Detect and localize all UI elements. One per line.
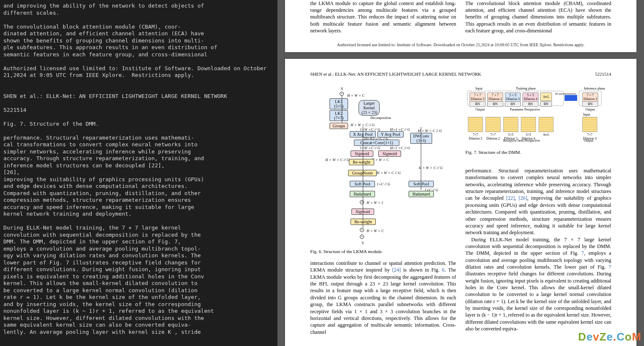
running-head-left: SHEN et al.: ELLK-Net: AN EFFICIENT LIGH… <box>310 71 481 77</box>
fig6-sp1: Soft Pool <box>350 181 375 187</box>
fig6-lk1: LK1 (5×5) <box>330 98 348 109</box>
fig6-rew2: Re-weight <box>351 219 376 225</box>
f7-inf: Inference phase <box>584 87 605 90</box>
col-left: the LKMA module to capture the global co… <box>310 0 456 34</box>
fig6-gnorm: GroupNorm <box>348 170 377 176</box>
f7-b4: AvG <box>540 92 552 101</box>
fig6-rew1: Re-weight <box>349 159 374 165</box>
fig6-dim2b: H×1 ×C // G <box>390 146 410 150</box>
fig6-concat: Concat+Conv(1×1) <box>354 140 399 146</box>
pdf-page-upper: the LKMA module to capture the global co… <box>285 0 636 52</box>
col-right: The convolutional block attention module… <box>465 0 611 34</box>
f7-s1: 7×7 Dilation 2 <box>486 133 501 140</box>
f7-bn1: BN <box>487 101 503 107</box>
f7-in2: Input <box>583 113 590 116</box>
f7-pp: Parameter Perspective <box>510 108 540 111</box>
running-head-right: 5221514 <box>595 71 612 77</box>
fig6-hw1: H × W × 1 <box>367 201 383 205</box>
f7-b3: 5 × 5 Dilation 4 <box>523 92 538 102</box>
f7-bn5: BN <box>582 101 598 107</box>
figure-7-caption: Fig. 7. Structure of the DMM. <box>465 150 611 155</box>
f7-out1: Output <box>475 108 485 111</box>
fig6-hwc2: H × W × C <box>372 158 389 162</box>
body-left: interactions contribute to channel or sp… <box>310 260 456 335</box>
fig6-sig2: Sigmoid <box>378 151 401 157</box>
f7-bn2: BN <box>505 101 521 107</box>
svg-marker-0 <box>565 95 577 101</box>
devze-logo: DevZe.CoM <box>578 330 641 343</box>
figure-6-caption: Fig. 6. Structure of the LKMA module. <box>310 249 456 254</box>
fig6-dim: H × W × C <box>347 93 364 98</box>
fig6-sig1: Sigmoid <box>351 151 373 157</box>
f7-b5: 7 × 7 Dilation 3 <box>582 92 598 102</box>
license-text: Authorized licensed use limited to: Inst… <box>310 42 611 47</box>
ref-fig7b[interactable]: 7 <box>609 264 611 270</box>
figure-6-diagram: X + H × W × C LK1 (5×5) LK2 (7×7) Larger… <box>310 87 456 246</box>
figure-7-diagram: Input Training phase Inference phase 7 ×… <box>465 87 611 146</box>
f7-s0: 7×7 Dilation 3 <box>468 133 483 140</box>
f7-bn3: BN <box>523 101 538 107</box>
fig6-hwcg2: H × W × C // G <box>325 158 349 162</box>
fig6-had2: Hadamard <box>409 191 434 197</box>
fig6-had1: Hadamard <box>350 191 375 197</box>
pdf-preview-wrap: the LKMA module to capture the global co… <box>277 0 644 346</box>
fig6-y: Y <box>362 241 364 245</box>
fig6-sp2: Soft Pool <box>409 181 434 187</box>
fig6-hwcg4: H × W × C // G <box>418 129 442 133</box>
fig6-hw11: (H+W)×1×C // G <box>364 137 388 140</box>
f7-b0: 7 × 7 Dilation 3 <box>470 92 486 102</box>
f7-rep: Re-parameterization <box>555 92 576 95</box>
f7-in1: Input <box>475 87 483 90</box>
ref-24[interactable]: [24] <box>392 267 401 273</box>
fig6-hwcg3: H × W × C // G <box>377 171 401 175</box>
fig6-lk2: LK2 (7×7) <box>330 110 348 121</box>
f7-s4: AvG <box>538 133 554 137</box>
fig6-groups: Groups <box>330 123 348 129</box>
ref-26[interactable]: [26] <box>519 195 527 201</box>
fig6-x: X <box>340 87 343 91</box>
f7-b1: 7 × 7 Dilation 2 <box>487 92 503 102</box>
body-right: performance. Structural reparameterizati… <box>465 167 611 332</box>
pdf-page-lower: SHEN et al.: ELLK-Net: AN EFFICIENT LIGH… <box>285 59 636 346</box>
extracted-text-panel: and improving the ability of the network… <box>0 0 277 346</box>
f7-out3: Output <box>584 139 593 143</box>
fig6-hwc3: H × W × C <box>367 229 384 233</box>
fig6-dw: DWConv (3×3) <box>410 133 432 144</box>
f7-b2: 5 × 5 Dilation 3 <box>505 92 521 102</box>
fig6-hwcg5: H × W × C // G <box>419 166 443 170</box>
f7-out2: Output <box>586 108 595 111</box>
f7-rf: Receptive field Perspective <box>503 139 540 143</box>
fig6-decomp: Decomposition <box>370 116 391 120</box>
f7-bn4: BN <box>540 101 552 107</box>
f7-bn0: BN <box>470 101 486 107</box>
ref-22[interactable]: [22] <box>506 195 515 201</box>
fig6-1c: 1×C // G <box>377 182 391 186</box>
pdf-preview[interactable]: the LKMA module to capture the global co… <box>277 0 644 346</box>
fig6-larger: Larger Kernel (23 × 23) <box>359 100 380 116</box>
f7-train: Training phase <box>516 87 536 90</box>
